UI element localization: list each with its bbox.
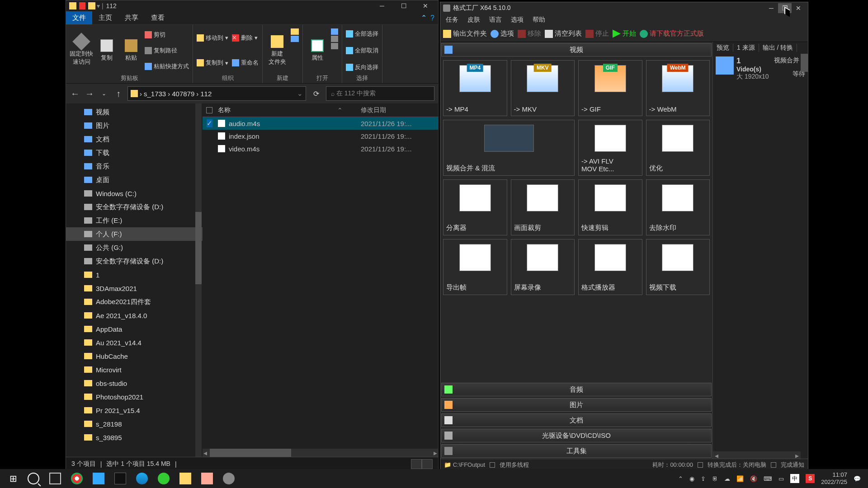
notify-check[interactable] — [771, 462, 776, 468]
tree-scrollbar[interactable] — [195, 103, 202, 457]
taskbar-chrome[interactable] — [66, 469, 88, 488]
tree-item[interactable]: HubCache — [66, 349, 203, 363]
tree-item[interactable]: AppData — [66, 322, 203, 336]
cat-video[interactable]: 视频 — [441, 43, 712, 56]
row-checkbox[interactable]: ✓ — [207, 119, 212, 127]
file-row[interactable]: index.json 2021/11/26 19:... — [203, 130, 438, 142]
tree-item[interactable]: 1 — [66, 268, 203, 282]
paste-button[interactable]: 粘贴 — [120, 27, 142, 74]
format-item-crop[interactable]: 画面裁剪 — [511, 179, 575, 235]
list-hscroll[interactable]: ◂ ▸ — [203, 449, 438, 457]
ff-close-button[interactable]: ✕ — [792, 3, 805, 13]
search-button[interactable] — [23, 469, 44, 488]
taskbar-app1[interactable] — [88, 469, 109, 488]
moveto-button[interactable]: 移动到▾ — [197, 33, 228, 43]
tree-item[interactable]: Pr 2021_v15.4 — [66, 404, 203, 417]
format-item-frame[interactable]: 导出帧 — [443, 239, 507, 295]
col-date[interactable]: 修改日期 — [361, 106, 429, 114]
taskbar-snip[interactable] — [196, 469, 218, 488]
tree-item[interactable]: 图片 — [66, 119, 203, 132]
cat-pic[interactable]: 图片 — [441, 398, 712, 412]
selectall-checkbox[interactable] — [206, 107, 212, 113]
newitem-icon[interactable] — [291, 28, 299, 35]
tree-item[interactable]: s_39895 — [66, 431, 203, 444]
task-vscroll[interactable] — [801, 54, 808, 72]
task-hscroll[interactable]: ◂▸ — [713, 451, 801, 459]
file-row[interactable]: video.m4s 2021/11/26 19:... — [203, 142, 438, 155]
tree-item[interactable]: Microvirt — [66, 363, 203, 376]
minimize-button[interactable]: ─ — [371, 0, 393, 11]
tray-cloud-icon[interactable]: ☁ — [724, 475, 730, 482]
breadcrumb-bar[interactable]: ›s_1733 ›407879 ›112 ⌄ — [127, 86, 306, 101]
ff-minimize[interactable]: ─ — [764, 3, 778, 13]
cat-doc[interactable]: 文档 — [441, 413, 712, 427]
tab-share[interactable]: 共享 — [118, 11, 145, 24]
tray-battery-icon[interactable]: ▭ — [778, 475, 784, 482]
clock[interactable]: 11:07 2022/7/25 — [821, 471, 847, 485]
pin-button[interactable]: 固定到快 速访问 — [70, 27, 93, 74]
tree-item[interactable]: Ae 2021_v18.4.0 — [66, 309, 203, 322]
tree-item[interactable]: 视频 — [66, 105, 203, 119]
start-button[interactable]: ⊞ — [4, 469, 23, 488]
format-item-gif[interactable]: -> GIF — [578, 60, 642, 116]
cat-disc[interactable]: 光驱设备\DVD\CD\ISO — [441, 429, 712, 442]
format-item-opt[interactable]: 优化 — [646, 120, 710, 176]
ff-titlebar[interactable]: 格式工厂 X64 5.10.0 ─ ❐ ✕ — [440, 2, 808, 14]
tree-item[interactable]: s_28198 — [66, 417, 203, 431]
newfolder-button[interactable]: 新建 文件夹 — [266, 27, 288, 74]
tree-item[interactable]: 下载 — [66, 146, 203, 160]
cat-audio[interactable]: 音频 — [441, 383, 712, 396]
tree-item[interactable]: 个人 (F:) — [66, 227, 203, 241]
taskview-button[interactable] — [44, 469, 66, 488]
tree-item[interactable]: Photoshop2021 — [66, 390, 203, 404]
sogou-icon[interactable]: S — [806, 474, 815, 483]
tray-meet-icon[interactable]: ◉ — [689, 475, 694, 482]
options-button[interactable]: 选项 — [491, 29, 514, 38]
output-folder-button[interactable]: 输出文件夹 — [443, 29, 487, 38]
format-item-trim[interactable]: 快速剪辑 — [578, 179, 642, 235]
menu-task[interactable]: 任务 — [442, 16, 462, 24]
taskbar-ff[interactable] — [218, 469, 240, 488]
tree-item[interactable]: 安全数字存储设备 (D:) — [66, 200, 203, 214]
selectall-button[interactable]: 全部选择 — [346, 29, 378, 39]
download-link[interactable]: 请下载官方正式版 — [640, 29, 704, 38]
tree-item[interactable]: Windows (C:) — [66, 187, 203, 200]
output-path[interactable]: 📁 C:\FFOutput — [444, 461, 485, 468]
tray-wifi-icon[interactable]: 📶 — [736, 475, 744, 482]
collapse-ribbon[interactable]: ⌃ — [421, 14, 427, 22]
copy-button[interactable]: 复制 — [96, 27, 118, 74]
multithread-check[interactable] — [490, 462, 495, 468]
tree-item[interactable]: 工作 (E:) — [66, 214, 203, 227]
easyaccess-icon[interactable] — [291, 36, 299, 42]
properties-button[interactable]: 属性 — [307, 27, 328, 74]
remove-button[interactable]: 移除 — [518, 29, 541, 38]
menu-lang[interactable]: 语言 — [486, 16, 505, 24]
maximize-button[interactable]: ☐ — [393, 0, 415, 11]
cat-tools[interactable]: 工具集 — [441, 444, 712, 458]
invertsel-button[interactable]: 反向选择 — [346, 62, 378, 72]
col-name[interactable]: 名称⌃ — [216, 106, 361, 114]
taskbar-download[interactable] — [153, 469, 175, 488]
back-button[interactable]: ← — [70, 89, 80, 99]
paste-shortcut-button[interactable]: 粘贴快捷方式 — [145, 61, 189, 71]
format-item-mp4[interactable]: -> MP4 — [443, 60, 507, 116]
recent-button[interactable]: ⌄ — [99, 90, 109, 97]
notifications-button[interactable]: 💬 — [854, 475, 861, 482]
format-item-merge[interactable]: 视频合并 & 混流 — [443, 120, 575, 176]
tree-item[interactable]: 3DAmax2021 — [66, 282, 203, 295]
tree-item[interactable]: 桌面 — [66, 173, 203, 187]
copyto-button[interactable]: 复制到▾ — [197, 58, 228, 68]
tab-view[interactable]: 查看 — [145, 11, 171, 24]
format-item-player[interactable]: 格式播放器 — [578, 239, 642, 295]
tray-defender-icon[interactable]: ⛨ — [712, 475, 718, 482]
after-check[interactable] — [698, 462, 703, 468]
edit-icon[interactable] — [331, 36, 338, 42]
selectnone-button[interactable]: 全部取消 — [346, 46, 378, 56]
help-button[interactable]: ? — [430, 14, 434, 22]
tree-item[interactable]: Adobe2021四件套 — [66, 295, 203, 309]
format-item-webm[interactable]: -> WebM — [646, 60, 710, 116]
open-icon[interactable] — [331, 28, 338, 35]
format-item-wm[interactable]: 去除水印 — [646, 179, 710, 235]
refresh-button[interactable]: ⟳ — [310, 89, 322, 98]
tree-item[interactable]: 文档 — [66, 132, 203, 146]
